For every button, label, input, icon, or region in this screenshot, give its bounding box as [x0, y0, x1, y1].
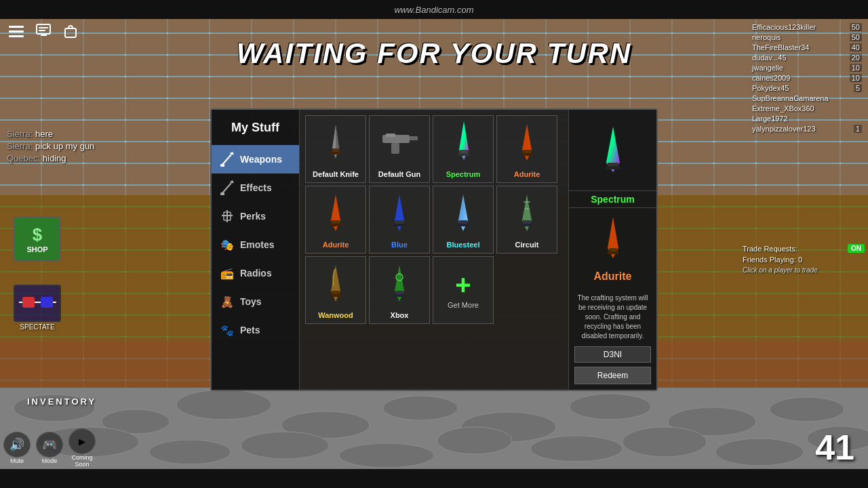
perks-icon	[220, 209, 235, 224]
circuit-name: Circuit	[515, 241, 539, 249]
redeem-input[interactable]	[574, 346, 651, 363]
score-entry-8: SupBreannaCamarena	[749, 94, 865, 103]
score-entry-1: Efficacious123killer 50	[749, 22, 865, 32]
bluesteel-name: Bluesteel	[447, 241, 480, 249]
item-spectrum[interactable]: Spectrum	[433, 115, 494, 183]
score-entry-4: dudav...45 20	[749, 53, 865, 62]
toys-icon: 🧸	[220, 294, 235, 309]
chat-text-1: here	[35, 129, 53, 139]
top-bar: www.Bandicam.com	[0, 0, 868, 19]
svg-marker-35	[230, 180, 234, 183]
spectate-button[interactable]	[14, 285, 61, 322]
svg-rect-53	[458, 224, 469, 226]
get-more-button[interactable]: + Get More	[433, 256, 494, 324]
score-name-1: Efficacious123killer	[752, 23, 816, 31]
score-val-1: 50	[850, 23, 862, 31]
item-default-gun[interactable]: Default Gun	[369, 115, 430, 183]
svg-point-12	[241, 432, 329, 459]
mode-icon: 🎮	[36, 432, 63, 458]
spectrum-display	[569, 110, 656, 191]
item-wanwood[interactable]: Wanwood	[305, 256, 366, 324]
default-knife-name: Default Knife	[313, 170, 359, 178]
score-entry-7: Pokydex45 5	[749, 83, 865, 93]
svg-rect-23	[39, 27, 48, 28]
right-panel-spectrum-name: Spectrum	[569, 191, 656, 207]
score-name-4: dudav...45	[752, 54, 787, 62]
bottom-controls: 🔊 Mute 🎮 Mode ▶ ComingSoon	[3, 428, 96, 468]
score-val-4: 20	[850, 54, 862, 62]
adurite-2-icon	[312, 190, 359, 234]
svg-rect-26	[22, 297, 35, 308]
shop-button[interactable]: $ SHOP	[14, 217, 61, 261]
inventory-sidebar: My Stuff Weapons Effects	[212, 110, 300, 390]
item-default-knife[interactable]: Default Knife	[305, 115, 366, 183]
mute-control[interactable]: 🔊 Mute	[3, 432, 31, 464]
blue-name: Blue	[391, 241, 408, 249]
shop-label: SHOP	[26, 245, 47, 253]
score-name-3: TheFireBlaster34	[752, 43, 809, 52]
scoreboard: Efficacious123killer 50 neroquis 50 TheF…	[746, 19, 868, 138]
svg-point-5	[383, 396, 458, 420]
score-name-7: Pokydex45	[752, 84, 789, 92]
item-xbox[interactable]: Xbox	[369, 256, 430, 324]
coming-soon-control: ▶ ComingSoon	[68, 428, 96, 468]
svg-rect-51	[394, 224, 405, 226]
friends-playing: Friends Playing: 0	[743, 256, 865, 264]
circuit-icon	[503, 190, 551, 234]
item-blue[interactable]: Blue	[369, 186, 430, 253]
score-entry-11: yalynpizzalover123 1	[749, 124, 865, 134]
svg-line-34	[222, 183, 231, 194]
click-trade-hint: Click on a player to trade	[743, 266, 865, 274]
inventory-panel: My Stuff Weapons Effects	[210, 108, 658, 391]
bag-icon[interactable]	[61, 22, 80, 41]
score-entry-5: jwangelle 10	[749, 63, 865, 73]
weapons-label: Weapons	[240, 154, 282, 165]
score-val-6: 10	[850, 74, 862, 82]
item-circuit[interactable]: Circuit	[496, 186, 557, 253]
item-bluesteel[interactable]: Bluesteel	[433, 186, 494, 253]
chat-name-3: Quebec:	[7, 153, 40, 163]
wanwood-icon	[312, 260, 359, 304]
svg-rect-57	[521, 224, 532, 226]
perks-label: Perks	[240, 211, 266, 222]
score-name-2: neroquis	[752, 33, 781, 41]
trade-status-badge[interactable]: ON	[848, 244, 865, 253]
left-hud: INVENTORY $ SHOP SPECTATE	[7, 197, 61, 331]
sidebar-item-effects[interactable]: Effects	[212, 174, 299, 202]
chat-icon[interactable]	[34, 22, 53, 41]
stone-floor	[0, 388, 868, 469]
svg-line-31	[222, 155, 231, 165]
sidebar-item-weapons[interactable]: Weapons	[212, 145, 299, 174]
inventory-label: INVENTORY	[27, 396, 96, 407]
trade-section: Trade Requests: ON Friends Playing: 0 Cl…	[743, 244, 865, 274]
pets-label: Pets	[240, 325, 260, 336]
mode-control[interactable]: 🎮 Mode	[36, 432, 63, 464]
score-val-7: 5	[854, 84, 862, 92]
sidebar-item-toys[interactable]: 🧸 Toys	[212, 287, 299, 316]
svg-rect-19	[9, 26, 24, 28]
score-val-3: 40	[850, 43, 862, 52]
mute-label: Mute	[10, 458, 24, 464]
sidebar-item-perks[interactable]: Perks	[212, 202, 299, 230]
sidebar-item-emotes[interactable]: 🎭 Emotes	[212, 230, 299, 259]
menu-icon[interactable]	[7, 22, 26, 41]
item-adurite-2[interactable]: Adurite	[305, 186, 366, 253]
weapons-icon	[220, 152, 235, 167]
svg-point-9	[770, 397, 844, 422]
item-adurite-1[interactable]: Adurite	[496, 115, 557, 183]
redeem-button[interactable]: Redeem	[574, 367, 651, 384]
waiting-text: WAITING FOR YOUR TURN	[237, 37, 632, 70]
chat-line-3: Quebec: hiding	[7, 153, 94, 163]
get-more-label: Get More	[448, 301, 479, 309]
svg-rect-27	[41, 297, 53, 308]
xbox-icon	[376, 260, 423, 304]
score-entry-6: caines2009 10	[749, 73, 865, 83]
sidebar-item-radios[interactable]: 📻 Radios	[212, 259, 299, 287]
bluesteel-icon	[439, 190, 487, 234]
emotes-label: Emotes	[240, 239, 275, 250]
svg-point-13	[339, 443, 434, 468]
sidebar-item-pets[interactable]: 🐾 Pets	[212, 316, 299, 344]
score-entry-9: Extreme_XBox360	[749, 104, 865, 113]
blue-icon	[376, 190, 423, 234]
svg-rect-49	[330, 224, 341, 226]
